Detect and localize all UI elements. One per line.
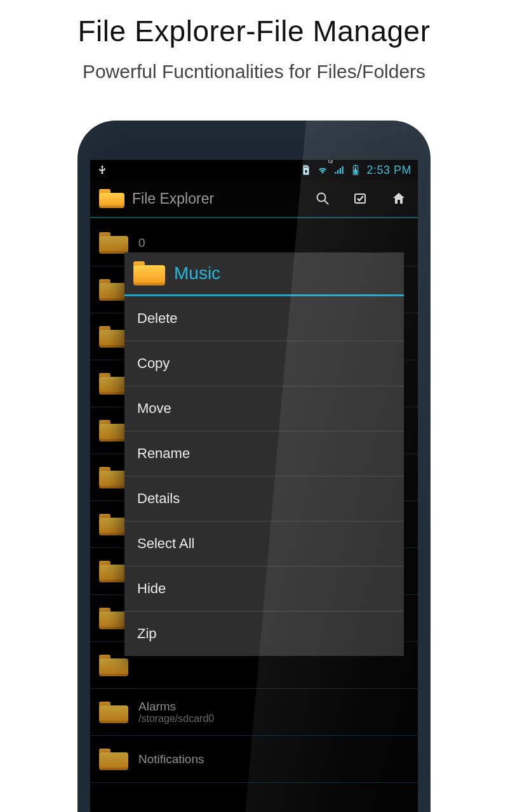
device-screen: G 2:53 PM File Explorer (90, 160, 418, 812)
context-menu-target: Music (174, 263, 220, 284)
search-icon[interactable] (315, 191, 330, 206)
svg-point-4 (318, 193, 326, 202)
device-frame: G 2:53 PM File Explorer (77, 121, 431, 812)
context-menu-item[interactable]: Copy (124, 341, 404, 386)
svg-rect-2 (355, 165, 357, 166)
context-menu-item[interactable]: Zip (124, 612, 404, 656)
context-menu-header: Music (124, 252, 404, 296)
context-menu-item[interactable]: Hide (124, 566, 404, 612)
signal-icon: G (333, 164, 345, 176)
svg-rect-0 (305, 170, 307, 173)
home-icon[interactable] (391, 191, 406, 206)
action-bar: File Explorer (90, 180, 418, 218)
network-type-label: G (328, 160, 333, 164)
context-menu: Music DeleteCopyMoveRenameDetailsSelect … (124, 252, 404, 656)
battery-charging-icon (350, 164, 361, 176)
sdcard-icon (300, 164, 312, 176)
context-menu-item[interactable]: Rename (124, 431, 404, 476)
context-menu-item[interactable]: Delete (124, 296, 404, 341)
promo-title: File Explorer-File Manager (0, 14, 508, 48)
usb-icon (97, 164, 108, 176)
select-mode-icon[interactable] (353, 191, 368, 206)
context-menu-item[interactable]: Details (124, 476, 404, 521)
status-time: 2:53 PM (366, 164, 411, 177)
promo-subtitle: Powerful Fucntionalities for Files/Folde… (0, 61, 508, 82)
folder-icon (133, 261, 165, 285)
status-bar: G 2:53 PM (90, 160, 418, 180)
app-title: File Explorer (132, 190, 315, 207)
svg-line-5 (324, 200, 328, 204)
app-folder-icon (99, 189, 124, 208)
wifi-icon (317, 164, 328, 176)
context-menu-item[interactable]: Select All (124, 521, 404, 566)
context-menu-item[interactable]: Move (124, 386, 404, 431)
